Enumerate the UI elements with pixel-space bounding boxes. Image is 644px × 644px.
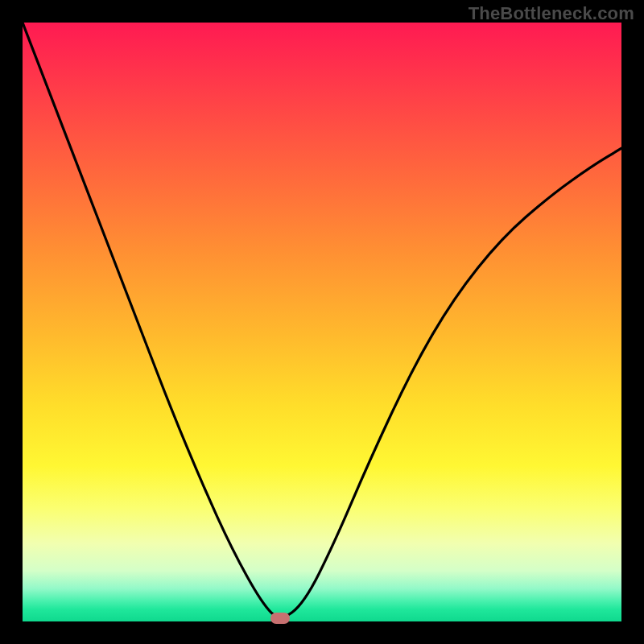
bottleneck-curve xyxy=(23,23,621,621)
watermark-label: TheBottleneck.com xyxy=(469,3,634,24)
curve-path xyxy=(23,23,621,617)
plot-area xyxy=(23,23,621,621)
minimum-marker xyxy=(270,613,290,624)
chart-frame: TheBottleneck.com xyxy=(0,0,644,644)
